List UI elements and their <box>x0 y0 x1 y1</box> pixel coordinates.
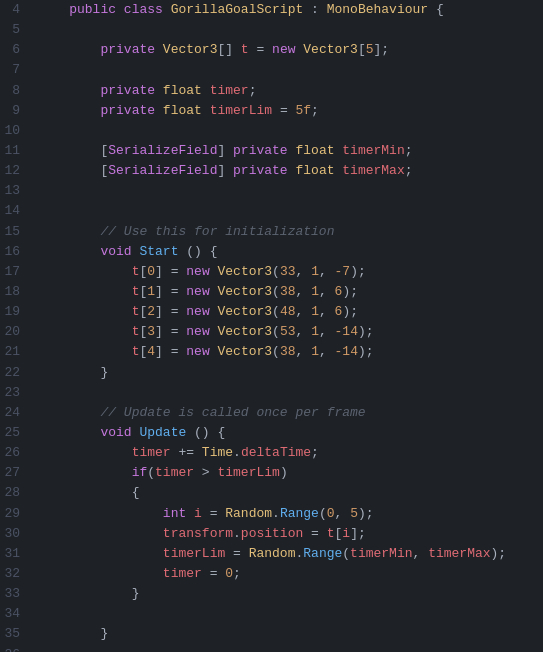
line-number: 28 <box>0 483 38 503</box>
token: timerLim <box>163 546 225 561</box>
token: timerMax <box>342 163 404 178</box>
token <box>38 284 132 299</box>
code-line: } <box>38 624 543 644</box>
token: 53 <box>280 324 296 339</box>
token <box>38 626 100 641</box>
token: ); <box>358 506 374 521</box>
token: . <box>272 506 280 521</box>
table-row: 29 int i = Random.Range(0, 5); <box>0 504 543 524</box>
token: i <box>194 506 202 521</box>
table-row: 9 private float timerLim = 5f; <box>0 101 543 121</box>
token: ( <box>319 506 327 521</box>
code-line <box>38 181 543 201</box>
line-number: 26 <box>0 443 38 463</box>
line-number: 13 <box>0 181 38 201</box>
token: ; <box>249 83 257 98</box>
table-row: 31 timerLim = Random.Range(timerMin, tim… <box>0 544 543 564</box>
code-line: timerLim = Random.Range(timerMin, timerM… <box>38 544 543 564</box>
token: float <box>163 83 210 98</box>
table-row: 23 <box>0 383 543 403</box>
token: 5f <box>295 103 311 118</box>
token: () { <box>178 244 217 259</box>
token: Random <box>225 506 272 521</box>
token: ); <box>358 324 374 339</box>
token: ] <box>217 163 233 178</box>
token <box>38 365 100 380</box>
code-line: void Update () { <box>38 423 543 443</box>
table-row: 30 transform.position = t[i]; <box>0 524 543 544</box>
token: ( <box>272 284 280 299</box>
token: MonoBehaviour <box>327 2 428 17</box>
token: 1 <box>311 264 319 279</box>
token: , <box>319 324 335 339</box>
token: int <box>163 506 194 521</box>
token: ); <box>350 264 366 279</box>
line-number: 24 <box>0 403 38 423</box>
token: 38 <box>280 344 296 359</box>
token: } <box>100 626 108 641</box>
token: Vector3 <box>303 42 358 57</box>
token: = <box>303 526 326 541</box>
token: -14 <box>335 324 358 339</box>
token: } <box>100 365 108 380</box>
token <box>38 566 163 581</box>
code-line: transform.position = t[i]; <box>38 524 543 544</box>
token: Start <box>139 244 178 259</box>
table-row: 19 t[2] = new Vector3(48, 1, 6); <box>0 302 543 322</box>
table-row: 26 timer += Time.deltaTime; <box>0 443 543 463</box>
code-line: t[4] = new Vector3(38, 1, -14); <box>38 342 543 362</box>
line-number: 25 <box>0 423 38 443</box>
line-number: 16 <box>0 242 38 262</box>
code-line: } <box>38 584 543 604</box>
token: 1 <box>311 344 319 359</box>
table-row: 13 <box>0 181 543 201</box>
token: , <box>319 344 335 359</box>
token: new <box>186 284 217 299</box>
table-row: 20 t[3] = new Vector3(53, 1, -14); <box>0 322 543 342</box>
table-row: 27 if(timer > timerLim) <box>0 463 543 483</box>
token: ( <box>342 546 350 561</box>
token: 1 <box>147 284 155 299</box>
token: class <box>124 2 171 17</box>
table-row: 15 // Use this for initialization <box>0 222 543 242</box>
token: = <box>202 506 225 521</box>
token: 3 <box>147 324 155 339</box>
token: ] <box>217 143 233 158</box>
token: transform <box>163 526 233 541</box>
table-row: 5 <box>0 20 543 40</box>
token: ); <box>342 304 358 319</box>
code-editor: 4 public class GorillaGoalScript : MonoB… <box>0 0 543 652</box>
line-number: 15 <box>0 222 38 242</box>
token: float <box>295 143 342 158</box>
token: private <box>100 83 162 98</box>
token <box>38 2 69 17</box>
token: , <box>296 304 312 319</box>
token: ); <box>358 344 374 359</box>
token: timerMin <box>350 546 412 561</box>
token: 0 <box>327 506 335 521</box>
line-number: 29 <box>0 504 38 524</box>
line-number: 6 <box>0 40 38 60</box>
token: ; <box>233 566 241 581</box>
token: } <box>132 586 140 601</box>
code-line: t[1] = new Vector3(38, 1, 6); <box>38 282 543 302</box>
token <box>38 244 100 259</box>
line-number: 36 <box>0 645 38 653</box>
token: ( <box>147 465 155 480</box>
token: 1 <box>311 324 319 339</box>
table-row: 22 } <box>0 363 543 383</box>
table-row: 11 [SerializeField] private float timerM… <box>0 141 543 161</box>
token: // Use this for initialization <box>100 224 334 239</box>
line-number: 30 <box>0 524 38 544</box>
code-line: private float timerLim = 5f; <box>38 101 543 121</box>
line-number: 19 <box>0 302 38 322</box>
token: ; <box>311 103 319 118</box>
table-row: 33 } <box>0 584 543 604</box>
token: void <box>100 425 139 440</box>
table-row: 35 } <box>0 624 543 644</box>
code-line: // Update is called once per frame <box>38 403 543 423</box>
line-number: 17 <box>0 262 38 282</box>
table-row: 24 // Update is called once per frame <box>0 403 543 423</box>
token: timer <box>155 465 194 480</box>
token: ]; <box>350 526 366 541</box>
